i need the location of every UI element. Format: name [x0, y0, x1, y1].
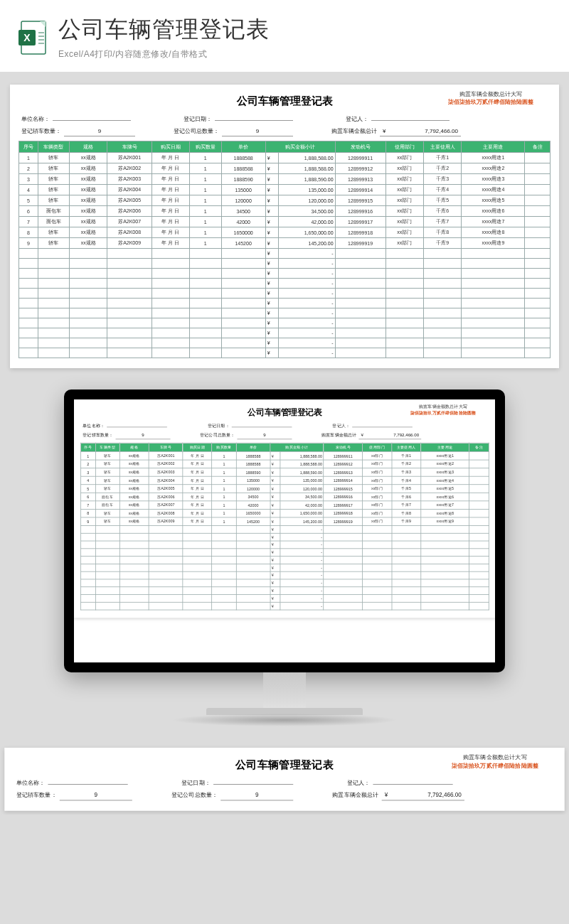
- monitor-shadow: [171, 714, 398, 726]
- cell-empty: -: [280, 579, 324, 587]
- cell-subtotal-sym: ¥: [265, 195, 278, 206]
- cell-empty: [363, 579, 392, 587]
- cell-empty: [149, 587, 183, 595]
- cell-price: 1888590: [236, 468, 270, 477]
- cell-empty: [421, 587, 469, 595]
- col-header: 购买金额小计: [265, 141, 335, 153]
- car-count-value: 9: [116, 431, 171, 439]
- cell-subtotal: 1,650,000.00: [278, 227, 335, 238]
- total-amount-upper-label: 购置车辆金额数总计大写: [434, 90, 548, 98]
- cell-empty: [324, 541, 363, 549]
- cell-user: 千库8: [392, 509, 421, 517]
- col-header: 主要用途: [462, 141, 525, 153]
- cell-subtotal: 135,000.00: [278, 185, 335, 195]
- cell-empty: [151, 289, 189, 299]
- cell-price: 145200: [236, 517, 270, 526]
- cell-empty: [462, 259, 525, 269]
- cell-plate: 苏A2K001: [149, 452, 183, 461]
- cell-note: [525, 185, 551, 195]
- cell-spec: xx规格: [70, 163, 107, 174]
- cell-dept: xx部门: [363, 501, 392, 510]
- cell-qty: 1: [212, 468, 236, 477]
- cell-empty: [392, 595, 421, 603]
- cell-eng: 128999914: [335, 185, 385, 195]
- cell-subtotal-sym: ¥: [265, 238, 278, 249]
- cell-spec: xx规格: [119, 517, 149, 526]
- cell-empty: [236, 525, 270, 533]
- cell-empty: [212, 579, 236, 587]
- cell-empty: [424, 259, 462, 269]
- cell-empty: [190, 338, 221, 348]
- cell-empty: [81, 571, 95, 579]
- cell-qty: 1: [190, 163, 221, 174]
- cell-empty: [149, 557, 183, 564]
- cell-empty: [221, 249, 265, 259]
- cell-user: 千库3: [392, 468, 421, 477]
- cell-qty: 1: [212, 509, 236, 517]
- cell-type: 轿车: [95, 485, 119, 493]
- cell-subtotal-sym: ¥: [270, 485, 280, 493]
- cell-price: 1888588: [221, 153, 265, 163]
- total-amount-sym: ¥: [380, 127, 390, 136]
- cell-empty: [38, 338, 69, 348]
- total-amount-upper-label: 购置车辆金额数总计大写: [399, 404, 486, 409]
- cell-empty: [81, 533, 95, 541]
- cell-empty: ¥: [270, 557, 280, 564]
- table-row: 3轿车xx规格苏A2K003年 月 日11888590¥1,888,590.00…: [81, 468, 489, 477]
- col-header: 备注: [469, 443, 489, 451]
- cell-empty: ¥: [270, 549, 280, 557]
- cell-subtotal-sym: ¥: [270, 517, 280, 526]
- cell-note: [525, 195, 551, 206]
- cell-user: 千库4: [392, 476, 421, 485]
- cell-empty: [462, 308, 525, 318]
- cell-empty: [212, 595, 236, 603]
- cell-dept: xx部门: [385, 217, 423, 227]
- cell-dept: xx部门: [363, 468, 392, 477]
- cell-empty: [190, 279, 221, 289]
- cell-user: 千库5: [392, 485, 421, 493]
- cell-eng: 128999911: [335, 153, 385, 163]
- cell-price: 1650000: [236, 509, 270, 517]
- cell-note: [525, 174, 551, 185]
- cell-plate: 苏A2K009: [107, 238, 151, 249]
- cell-empty: [469, 587, 489, 595]
- cell-use: xxxx用途9: [462, 238, 525, 249]
- cell-price: 135000: [236, 476, 270, 485]
- cell-plate: 苏A2K006: [107, 206, 151, 217]
- vehicle-table: 序号车辆类型规格车牌号购买日期购买数量单价购买金额小计发动机号使用部门主要使用人…: [80, 443, 489, 611]
- cell-empty: [95, 533, 119, 541]
- cell-empty: [19, 348, 38, 358]
- cell-empty: -: [278, 249, 335, 259]
- cell-qty: 1: [190, 153, 221, 163]
- cell-plate: 苏A2K005: [107, 195, 151, 206]
- cell-empty: [149, 571, 183, 579]
- cell-empty: [19, 259, 38, 269]
- cell-empty: [525, 348, 551, 358]
- cell-subtotal: 1,888,588.00: [278, 163, 335, 174]
- cell-user: 千库2: [424, 163, 462, 174]
- cell-spec: xx规格: [70, 206, 107, 217]
- table-row: 8轿车xx规格苏A2K008年 月 日11650000¥1,650,000.00…: [19, 227, 551, 238]
- cell-empty: ¥: [270, 533, 280, 541]
- cell-plate: 苏A2K003: [107, 174, 151, 185]
- cell-empty: [385, 289, 423, 299]
- cell-empty: [107, 289, 151, 299]
- cell-empty: [95, 602, 119, 610]
- cell-empty: [81, 564, 95, 571]
- total-amount-label: 购置车辆金额总计: [329, 790, 381, 800]
- cell-empty: [149, 549, 183, 557]
- cell-plate: 苏A2K007: [149, 501, 183, 510]
- total-count-value: 9: [222, 127, 293, 136]
- cell-empty: [183, 602, 212, 610]
- cell-empty: [119, 557, 149, 564]
- cell-empty: [81, 549, 95, 557]
- cell-empty: [95, 587, 119, 595]
- col-header: 规格: [70, 141, 107, 153]
- cell-empty: -: [280, 602, 324, 610]
- cell-qty: 1: [190, 206, 221, 217]
- cell-empty: -: [278, 289, 335, 299]
- col-header: 序号: [19, 141, 38, 153]
- cell-empty: [119, 525, 149, 533]
- table-row: 6面包车xx规格苏A2K006年 月 日134500¥34,500.001289…: [19, 206, 551, 217]
- cell-empty: [392, 549, 421, 557]
